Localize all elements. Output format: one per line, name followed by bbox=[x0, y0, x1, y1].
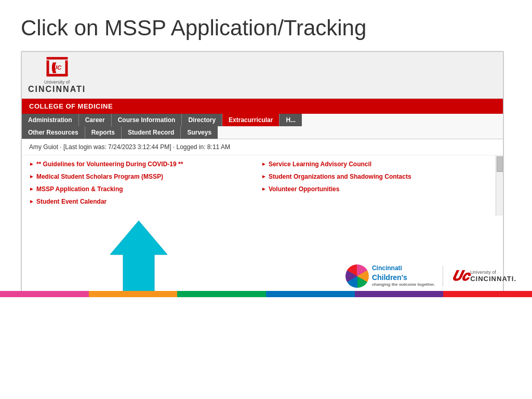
arrow-icon: ► bbox=[29, 161, 34, 167]
scrollbar[interactable] bbox=[496, 155, 503, 216]
svg-text:UC: UC bbox=[52, 64, 61, 71]
arrow-icon: ► bbox=[29, 174, 34, 179]
link-student-orgs[interactable]: ► Student Organizations and Shadowing Co… bbox=[261, 173, 488, 180]
slide-title: Click on MSSP Application/Tracking bbox=[0, 0, 532, 51]
logo-divider bbox=[443, 266, 443, 287]
link-student-event[interactable]: ► Student Event Calendar bbox=[29, 198, 256, 205]
content-left: ► ** Guidelines for Volunteering During … bbox=[29, 161, 256, 210]
link-service-learning[interactable]: ► Service Learning Advisory Council bbox=[261, 161, 488, 168]
nav-row-1: Administration Career Course Information… bbox=[22, 114, 503, 126]
stripe-red bbox=[443, 291, 532, 297]
cc-logo-text: Cincinnati Children's changing the outco… bbox=[372, 264, 435, 287]
color-stripe bbox=[0, 291, 532, 297]
nav-student-record[interactable]: Student Record bbox=[122, 126, 181, 139]
up-arrow-annotation bbox=[105, 218, 172, 296]
uc-icon: 𝙐𝙘 bbox=[451, 268, 468, 285]
svg-rect-1 bbox=[46, 60, 49, 75]
stripe-orange bbox=[89, 291, 178, 297]
logos-area: Cincinnati Children's changing the outco… bbox=[345, 264, 516, 288]
university-name: CINCINNATI bbox=[28, 85, 86, 94]
stripe-green bbox=[177, 291, 266, 297]
content-right: ► Service Learning Advisory Council ► St… bbox=[256, 161, 488, 210]
uc-header: UC University of CINCINNATI bbox=[22, 52, 503, 99]
link-mssp[interactable]: ► Medical Student Scholars Program (MSSP… bbox=[29, 173, 256, 180]
nav-career[interactable]: Career bbox=[79, 114, 112, 126]
svg-rect-2 bbox=[65, 60, 68, 75]
university-label: University of bbox=[28, 79, 86, 85]
arrow-icon: ► bbox=[261, 161, 267, 167]
browser-window: UC University of CINCINNATI COLLEGE OF M… bbox=[21, 51, 504, 297]
svg-marker-5 bbox=[110, 221, 167, 294]
cc-logo: Cincinnati Children's changing the outco… bbox=[345, 264, 435, 288]
nav-row-2: Other Resources Reports Student Record S… bbox=[22, 126, 503, 139]
arrow-icon: ► bbox=[29, 198, 34, 204]
stripe-pink bbox=[0, 291, 89, 297]
stripe-purple bbox=[355, 291, 444, 297]
uc-logo: UC University of CINCINNATI bbox=[28, 56, 86, 94]
nav-course-information[interactable]: Course Information bbox=[112, 114, 182, 126]
nav-directory[interactable]: Directory bbox=[182, 114, 222, 126]
nav-administration[interactable]: Administration bbox=[22, 114, 79, 126]
nav-extracurricular[interactable]: Extracurricular bbox=[222, 114, 280, 126]
college-banner: COLLEGE OF MEDICINE bbox=[22, 99, 503, 114]
svg-rect-0 bbox=[46, 57, 68, 60]
link-volunteer[interactable]: ► Volunteer Opportunities bbox=[261, 185, 488, 193]
link-covid[interactable]: ► ** Guidelines for Volunteering During … bbox=[29, 161, 256, 168]
nav-reports[interactable]: Reports bbox=[85, 126, 122, 139]
uc-logo-bottom: 𝙐𝙘 University of CINCINNATI. bbox=[451, 268, 516, 285]
arrow-icon: ► bbox=[29, 186, 34, 192]
nav-h[interactable]: H... bbox=[280, 114, 302, 126]
user-info: Amy Guiot · [Last login was: 7/24/2023 3… bbox=[22, 139, 503, 155]
svg-rect-3 bbox=[46, 74, 68, 76]
cc-logo-circle bbox=[345, 264, 369, 288]
nav-other-resources[interactable]: Other Resources bbox=[22, 126, 85, 139]
uc-text: University of CINCINNATI. bbox=[470, 270, 516, 283]
stripe-blue bbox=[266, 291, 355, 297]
arrow-icon: ► bbox=[261, 174, 267, 179]
content-area: ► ** Guidelines for Volunteering During … bbox=[22, 155, 496, 216]
link-mssp-tracking[interactable]: ► MSSP Application & Tracking bbox=[29, 185, 256, 193]
scrollbar-thumb bbox=[497, 156, 503, 172]
arrow-icon: ► bbox=[261, 186, 267, 192]
nav-surveys[interactable]: Surveys bbox=[181, 126, 218, 139]
nav-bar: Administration Career Course Information… bbox=[22, 114, 503, 139]
